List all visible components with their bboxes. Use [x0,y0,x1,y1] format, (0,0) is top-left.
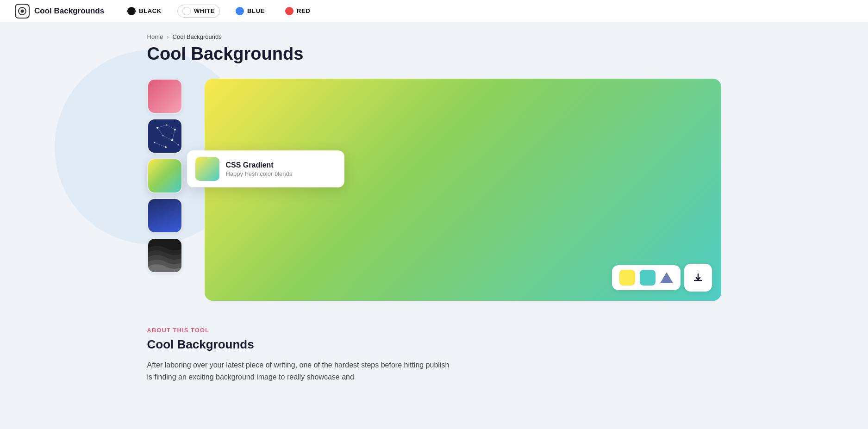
svg-line-9 [167,125,175,130]
page-wrapper: Home › Cool Backgrounds Cool Backgrounds [110,22,758,384]
sidebar-item-waves[interactable] [147,238,182,273]
swatch-constellation [148,119,181,153]
blue-label: BLUE [247,7,265,14]
red-label: RED [297,7,310,14]
svg-line-14 [172,140,178,145]
black-dot [127,7,136,15]
swatch-gradient [148,159,181,193]
svg-line-13 [155,143,166,147]
waves-svg [148,239,181,272]
tooltip-popup: CSS Gradient Happy fresh color blends [187,150,344,187]
red-color-button[interactable]: RED [281,5,315,17]
preview-canvas [205,79,721,301]
black-label: BLACK [139,7,162,14]
download-button[interactable] [684,264,712,292]
swatch-deep-blue [148,199,181,232]
constellation-svg [148,119,181,153]
teal-swatch[interactable] [640,270,656,286]
about-title: Cool Backgrounds [147,337,721,352]
controls-row [612,264,712,292]
tooltip-description: Happy fresh color blends [226,170,293,177]
main-content: CSS Gradient Happy fresh color blends [147,79,721,301]
tooltip-title: CSS Gradient [226,161,293,169]
breadcrumb-home[interactable]: Home [147,33,163,40]
svg-line-12 [163,136,172,140]
svg-line-8 [157,125,167,128]
shape-controls [612,265,681,290]
download-icon [693,272,704,283]
svg-line-10 [157,128,163,136]
sidebar-item-constellation[interactable] [147,118,182,154]
sidebar [147,79,194,301]
swatch-pink [148,80,181,113]
sidebar-item-pink[interactable] [147,79,182,114]
about-text: After laboring over your latest piece of… [147,359,453,384]
blue-color-button[interactable]: BLUE [231,5,269,17]
breadcrumb-separator: › [167,33,169,40]
tooltip-thumbnail [195,157,219,181]
yellow-swatch[interactable] [619,270,635,286]
brand-logo [18,7,26,15]
swatch-waves [148,239,181,272]
sidebar-item-deep-blue[interactable] [147,198,182,233]
sidebar-item-gradient[interactable] [147,158,182,193]
triangle-shape[interactable] [660,272,673,283]
white-label: WHITE [194,7,215,14]
navbar: Cool Backgrounds BLACK WHITE BLUE RED [0,0,868,22]
page-title: Cool Backgrounds [147,44,721,64]
preview-area [205,79,721,301]
svg-line-11 [172,130,175,140]
about-label: ABOUT THIS TOOL [147,327,721,334]
brand-name: Cool Backgrounds [34,6,104,16]
black-color-button[interactable]: BLACK [123,5,166,17]
white-color-button[interactable]: WHITE [177,5,220,18]
breadcrumb: Home › Cool Backgrounds [147,22,721,44]
tooltip-text: CSS Gradient Happy fresh color blends [226,161,293,177]
brand: Cool Backgrounds [15,4,104,19]
red-dot [285,7,293,15]
brand-icon [15,4,30,19]
about-section: ABOUT THIS TOOL Cool Backgrounds After l… [147,327,721,384]
blue-dot [236,7,244,15]
white-dot [182,7,191,15]
breadcrumb-current: Cool Backgrounds [173,33,222,40]
